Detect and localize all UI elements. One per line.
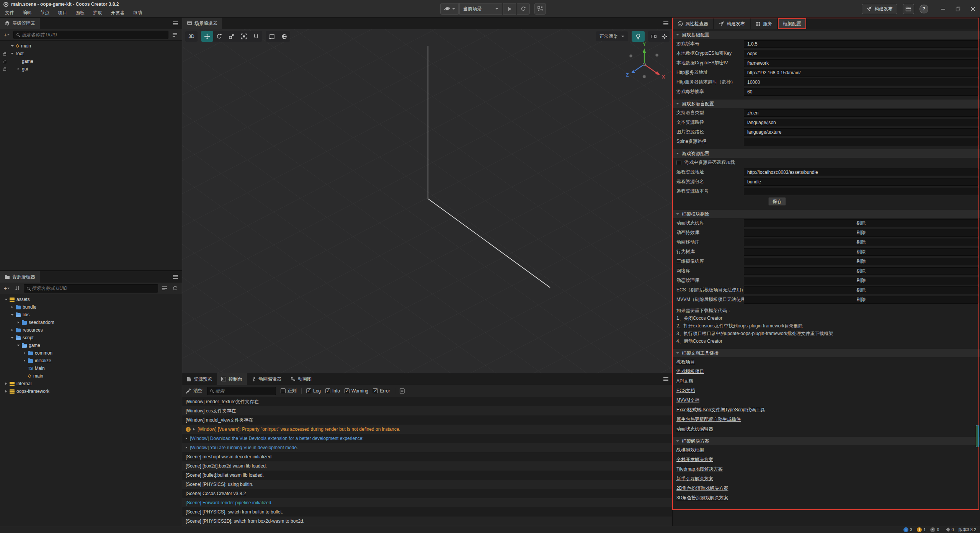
menu-item[interactable]: 帮助: [129, 8, 146, 17]
expand-toggle[interactable]: [10, 329, 14, 331]
remove-button[interactable]: 剔除: [744, 239, 978, 246]
task-count[interactable]: 0: [947, 527, 954, 532]
panel-menu-icon[interactable]: [173, 23, 178, 24]
console-log-row[interactable]: [Scene] meshopt wasm decoder initialized: [182, 452, 672, 461]
tree-node[interactable]: main: [0, 42, 182, 50]
field-input[interactable]: http://localhost:8083/assets/bundle: [744, 168, 978, 176]
field-input[interactable]: http://192.168.0.150/main/: [744, 69, 978, 77]
expand-toggle[interactable]: [16, 68, 20, 70]
scale-tool-button[interactable]: [225, 31, 238, 42]
tree-node[interactable]: resources: [0, 326, 182, 334]
scene-settings-button[interactable]: [659, 31, 670, 42]
expand-icon[interactable]: [186, 446, 187, 449]
field-input[interactable]: [744, 138, 978, 146]
doc-link[interactable]: 战棋游戏框架: [676, 447, 704, 453]
help-button[interactable]: ?: [920, 5, 928, 13]
tree-node[interactable]: oops-framework: [0, 387, 182, 395]
tree-node[interactable]: assets: [0, 296, 182, 303]
section-header[interactable]: 框架模块剔除: [673, 210, 980, 218]
panel-menu-icon[interactable]: [173, 276, 178, 277]
tab-build-publish[interactable]: 构建发布: [714, 18, 750, 29]
tree-node[interactable]: seedrandom: [0, 319, 182, 326]
menu-item[interactable]: 文件: [1, 8, 18, 17]
remove-button[interactable]: 剔除: [744, 219, 978, 227]
menu-item[interactable]: 项目: [54, 8, 71, 17]
field-input[interactable]: language/json: [744, 119, 978, 126]
console-log-row[interactable]: [Window] You are running Vue in developm…: [182, 443, 672, 452]
tree-node[interactable]: bundle: [0, 303, 182, 311]
field-input[interactable]: language/texture: [744, 128, 978, 136]
doc-link[interactable]: 原生包热更新配置自动生成插件: [676, 416, 741, 423]
regex-checkbox[interactable]: 正则: [281, 387, 297, 394]
axis-gizmo[interactable]: Y X Z: [619, 41, 672, 87]
filter-warning-checkbox[interactable]: Warning: [345, 388, 368, 394]
console-log-row[interactable]: [Scene] [PHYSICS2D]: switch from box2d-w…: [182, 517, 672, 526]
lighting-toggle-button[interactable]: [632, 31, 645, 42]
expand-toggle[interactable]: [16, 321, 20, 324]
expand-toggle[interactable]: [10, 53, 14, 54]
panel-menu-icon[interactable]: [663, 379, 668, 379]
restore-button[interactable]: [956, 7, 960, 11]
warning-count[interactable]: 1: [917, 527, 926, 532]
expand-icon[interactable]: [186, 437, 187, 440]
tab-framework-config[interactable]: 框架配置: [778, 18, 806, 29]
clear-console-button[interactable]: 清空: [186, 387, 203, 394]
section-header[interactable]: 框架解决方案: [673, 437, 980, 445]
add-node-button[interactable]: [3, 31, 11, 39]
preview-platform-select[interactable]: [440, 3, 459, 15]
scene-viewport[interactable]: 3D: [182, 29, 673, 373]
ui-transform-tool-button[interactable]: [250, 31, 262, 42]
filter-info-checkbox[interactable]: Info: [325, 388, 340, 394]
doc-link[interactable]: MVVM文档: [676, 397, 699, 404]
remove-button[interactable]: 剔除: [744, 277, 978, 284]
info-count[interactable]: 3: [903, 527, 912, 532]
refresh-assets-button[interactable]: [171, 284, 179, 292]
tree-node[interactable]: game: [0, 57, 182, 65]
filter-log-checkbox[interactable]: Log: [306, 388, 321, 394]
search-input[interactable]: [21, 32, 165, 38]
doc-link[interactable]: 新手引导解决方案: [676, 476, 713, 482]
tree-node[interactable]: initialize: [0, 357, 182, 365]
tree-node[interactable]: libs: [0, 311, 182, 319]
expand-icon[interactable]: [193, 428, 195, 430]
doc-link[interactable]: Excel格式转Json文件与TypeScript代码工具: [676, 407, 765, 413]
doc-link[interactable]: 3D角色扮演游戏解决方案: [676, 495, 728, 501]
hierarchy-search[interactable]: [13, 31, 168, 39]
expand-toggle[interactable]: [23, 360, 26, 362]
expand-toggle[interactable]: [10, 306, 14, 308]
expand-toggle[interactable]: [4, 299, 8, 300]
restart-button[interactable]: [517, 3, 530, 15]
tree-node[interactable]: root: [0, 50, 182, 57]
field-input[interactable]: bundle: [744, 178, 978, 186]
assets-search[interactable]: [24, 284, 158, 293]
remove-button[interactable]: 剔除: [744, 229, 978, 237]
console-log-row[interactable]: [Window] render_texture文件夹存在: [182, 397, 672, 406]
tree-node[interactable]: internal: [0, 380, 182, 387]
menu-item[interactable]: 扩展: [89, 8, 106, 17]
doc-link[interactable]: Tiledmap地图解决方案: [676, 466, 723, 473]
field-input[interactable]: zh,en: [744, 109, 978, 117]
console-log-row[interactable]: [Window] ecs文件夹存在: [182, 406, 672, 415]
console-log-row[interactable]: ![Window] [Vue warn]: Property "onInput"…: [182, 425, 672, 434]
coordinate-space-button[interactable]: [278, 31, 290, 42]
tree-node[interactable]: main: [0, 372, 182, 380]
move-tool-button[interactable]: [201, 31, 213, 42]
console-log-row[interactable]: [Scene] [box2d]:box2d wasm lib loaded.: [182, 461, 672, 471]
tab-animation-editor[interactable]: 动画编辑器: [247, 373, 286, 385]
expand-toggle[interactable]: [4, 383, 8, 385]
error-count[interactable]: 0: [930, 527, 939, 532]
console-log-row[interactable]: [Scene] [PHYSICS]: switch from builtin t…: [182, 507, 672, 517]
doc-link[interactable]: 2D角色扮演游戏解决方案: [676, 485, 728, 492]
menu-item[interactable]: 开发者: [106, 8, 129, 17]
doc-link[interactable]: 动画状态机编辑器: [676, 426, 713, 432]
collapse-log-button[interactable]: [400, 388, 405, 394]
hierarchy-filter-button[interactable]: [171, 31, 179, 39]
tab-hierarchy[interactable]: 层级管理器: [0, 18, 40, 29]
field-input[interactable]: 60: [744, 88, 978, 96]
save-button[interactable]: 保存: [768, 197, 786, 206]
field-input[interactable]: framework: [744, 59, 978, 67]
tab-console[interactable]: 控制台: [217, 373, 247, 385]
search-input[interactable]: [32, 286, 155, 291]
sort-assets-button[interactable]: [13, 284, 21, 292]
inspector-scrollbar-thumb[interactable]: [976, 425, 979, 447]
